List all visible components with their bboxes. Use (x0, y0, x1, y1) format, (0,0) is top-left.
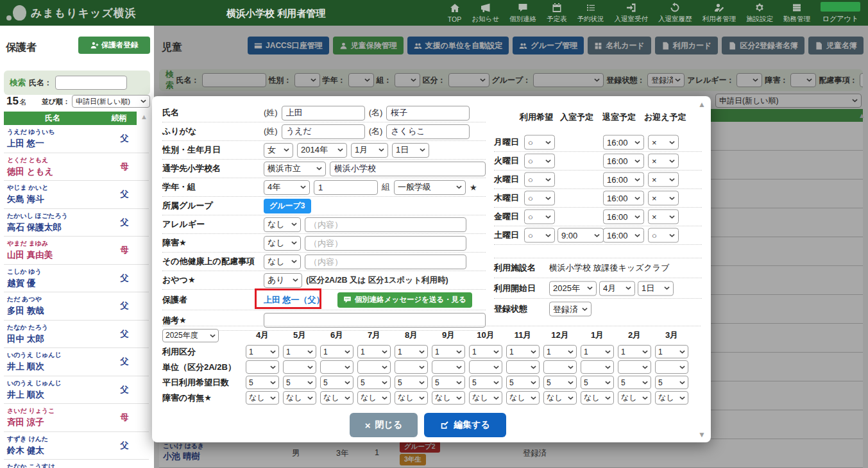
guardian-row[interactable]: やじま かいと矢島 海斗父 (4, 181, 149, 209)
month-value-select[interactable] (357, 360, 391, 374)
logout-button[interactable]: ログアウト (815, 0, 868, 26)
school-type-select[interactable]: 横浜市立 (264, 162, 326, 176)
guardian-row[interactable]: うえだ ゆういち上田 悠一父 (4, 125, 149, 153)
month-value-select[interactable]: 5 (432, 376, 465, 389)
edit-button[interactable]: 編集する (424, 413, 506, 437)
send-message-button[interactable]: 個別連絡メッセージを送る・見る (337, 292, 472, 308)
last-name-input[interactable] (282, 106, 365, 121)
month-value-select[interactable]: なし (246, 391, 279, 405)
pickup-select[interactable]: × (648, 210, 679, 224)
guardian-row[interactable]: とくだ ともえ徳田 ともえ母 (4, 153, 149, 181)
month-value-select[interactable]: なし (395, 391, 428, 405)
pickup-select[interactable]: × (648, 191, 679, 206)
month-value-select[interactable]: 1 (320, 345, 353, 358)
guardian-row[interactable]: ただ あつや多田 敦哉父 (4, 292, 149, 321)
wish-select[interactable]: ○ (524, 135, 555, 150)
guardian-row[interactable]: やまだ まゆみ山田 真由美母 (4, 237, 149, 265)
month-value-select[interactable]: なし (506, 391, 540, 405)
leave-time-select[interactable]: 16:00 (603, 191, 644, 206)
month-value-select[interactable]: 5 (283, 376, 316, 389)
grade-select[interactable]: 4年 (264, 180, 310, 195)
health-select[interactable]: なし (264, 255, 301, 269)
month-value-select[interactable]: 5 (469, 376, 502, 389)
month-value-select[interactable]: 5 (506, 376, 540, 389)
month-value-select[interactable]: 1 (469, 345, 502, 358)
scroll-up-icon[interactable]: ▲ (140, 113, 148, 121)
month-value-select[interactable] (655, 360, 688, 374)
month-value-select[interactable] (246, 360, 279, 374)
month-value-select[interactable]: 5 (655, 376, 688, 389)
month-value-select[interactable]: なし (432, 391, 465, 405)
month-value-select[interactable]: なし (357, 391, 391, 405)
month-value-select[interactable] (320, 360, 353, 374)
month-value-select[interactable]: 1 (395, 345, 428, 358)
pickup-select[interactable]: × (648, 135, 679, 150)
start-date-select[interactable]: 2025年 (549, 281, 597, 296)
snack-select[interactable]: あり (264, 273, 302, 288)
guardian-register-button[interactable]: 保護者登録 (78, 37, 150, 54)
wish-select[interactable]: ○ (524, 210, 555, 224)
close-button[interactable]: × 閉じる (350, 413, 418, 437)
month-value-select[interactable]: 1 (655, 345, 688, 358)
nav-item-calendar[interactable]: 予定表 (541, 0, 572, 26)
pickup-select[interactable]: ○ (648, 228, 679, 243)
month-value-select[interactable]: 1 (618, 345, 651, 358)
disability-select[interactable]: なし (264, 236, 301, 251)
enter-time-select[interactable]: 9:00 (557, 228, 604, 243)
month-value-select[interactable]: なし (581, 391, 614, 405)
guardian-row[interactable]: たかいし ほごたろう高石 保護太郎父 (4, 209, 149, 237)
month-value-select[interactable]: 5 (357, 376, 391, 389)
allergy-select[interactable]: なし (264, 217, 301, 232)
month-value-select[interactable] (506, 360, 540, 374)
birth-year-select[interactable]: 2014年 (297, 143, 347, 158)
month-value-select[interactable] (543, 360, 577, 374)
guardian-row[interactable]: いのうえ じゅんじ井上 順次父 (4, 348, 149, 376)
guardian-row[interactable]: いのうえ じゅんじ井上 順次父 (4, 376, 149, 405)
nav-item-history[interactable]: 入退室履歴 (653, 0, 697, 26)
guardian-sort-select[interactable]: 申請日(新しい順) (72, 95, 150, 108)
month-value-select[interactable]: 1 (506, 345, 540, 358)
start-date-select[interactable]: 4月 (599, 281, 635, 296)
month-value-select[interactable]: 5 (246, 376, 279, 389)
month-value-select[interactable] (469, 360, 502, 374)
guardian-row[interactable]: こしか ゆう越賀 優父 (4, 265, 149, 293)
app-logo[interactable]: みまもりキッズ横浜 (0, 5, 221, 21)
first-kana-input[interactable] (386, 124, 470, 139)
leave-time-select[interactable]: 16:00 (603, 172, 644, 187)
gender-select[interactable]: 女 (264, 143, 293, 158)
month-value-select[interactable]: 5 (395, 376, 428, 389)
guardian-row[interactable]: すずき けんた鈴木 健太父 (4, 432, 149, 460)
nav-item-server[interactable]: 勤務管理 (778, 0, 815, 26)
month-value-select[interactable]: 1 (283, 345, 316, 358)
wish-select[interactable]: ○ (524, 172, 555, 187)
month-value-select[interactable]: なし (283, 391, 316, 405)
guardian-row[interactable]: たなか こうすけ田中 康介父 (4, 460, 149, 468)
reg-state-select[interactable]: 登録済 (549, 302, 591, 317)
leave-time-select[interactable]: 16:00 (603, 135, 644, 150)
month-value-select[interactable] (432, 360, 465, 374)
month-value-select[interactable]: 1 (246, 345, 279, 358)
leave-time-select[interactable]: 16:00 (603, 154, 644, 169)
month-value-select[interactable]: なし (469, 391, 502, 405)
pickup-select[interactable]: × (648, 172, 679, 187)
modal-scroll-down-icon[interactable]: ▼ (698, 430, 706, 439)
month-value-select[interactable] (618, 360, 651, 374)
month-value-select[interactable] (395, 360, 428, 374)
start-date-select[interactable]: 1日 (638, 281, 674, 296)
month-value-select[interactable]: なし (655, 391, 688, 405)
wish-select[interactable]: ○ (524, 154, 555, 169)
month-value-select[interactable]: 5 (543, 376, 577, 389)
month-value-select[interactable]: なし (320, 391, 353, 405)
guardian-search-input[interactable] (55, 76, 127, 90)
month-value-select[interactable] (581, 360, 614, 374)
month-value-select[interactable]: なし (618, 391, 651, 405)
guardian-row[interactable]: さいだ りょうこ斉田 涼子母 (4, 404, 149, 432)
month-value-select[interactable]: 5 (618, 376, 651, 389)
birth-month-select[interactable]: 1月 (351, 143, 388, 158)
class-number-input[interactable] (314, 180, 378, 195)
month-value-select[interactable]: 1 (581, 345, 614, 358)
month-value-select[interactable] (283, 360, 316, 374)
allergy-detail-input[interactable] (305, 217, 466, 232)
fiscal-year-select[interactable]: 2025年度 (162, 329, 219, 342)
nav-item-list[interactable]: 予約状況 (572, 0, 609, 26)
